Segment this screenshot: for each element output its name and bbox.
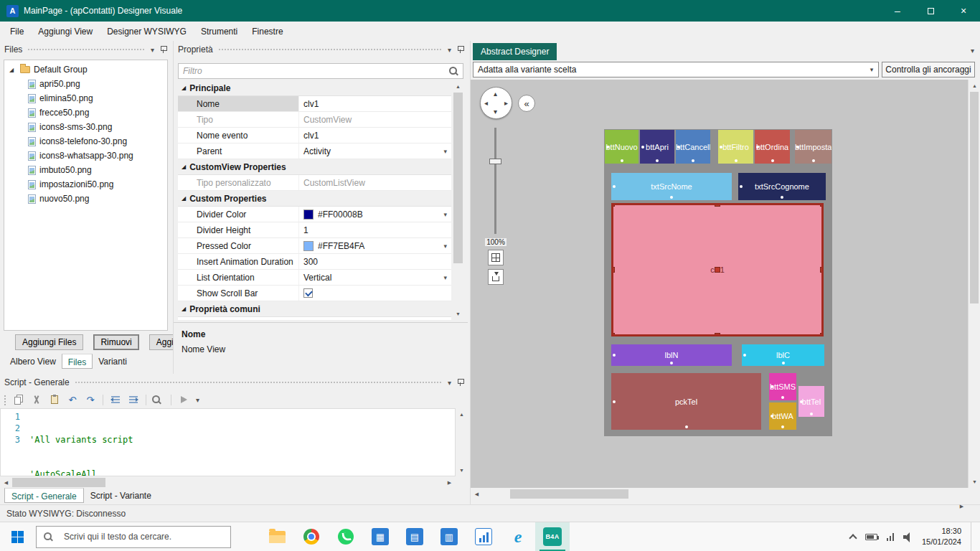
scroll-up-icon[interactable]: ▲ (969, 80, 980, 92)
pin-icon[interactable] (457, 46, 463, 53)
code-area[interactable]: 'All variants script 'AutoScaleAll (27, 409, 133, 476)
designer-vertical-scrollbar[interactable]: ▲ ▼ (968, 80, 980, 488)
section-proprieta-comuni[interactable]: ◢ Proprietà comuni (178, 301, 451, 317)
tab-files[interactable]: Files (62, 354, 93, 369)
menu-finestre[interactable]: Finestre (245, 23, 290, 40)
designer-control-pckTel[interactable]: pckTel (611, 373, 761, 430)
property-row-nome[interactable]: Nome clv1 (178, 96, 451, 112)
property-value[interactable]: Vertical ▾ (298, 270, 451, 285)
check-anchors-button[interactable]: Controlla gli ancoraggi (882, 62, 975, 77)
property-grid-scrollbar[interactable]: ▲ ▼ (452, 80, 464, 320)
taskbar-clock[interactable]: 18:30 15/01/2024 (922, 526, 961, 548)
scroll-right-icon[interactable]: ▶ (956, 500, 968, 512)
tab-script-generale[interactable]: Script - Generale (4, 488, 84, 503)
scroll-down-icon[interactable]: ▼ (452, 308, 464, 320)
collapse-toolbox-button[interactable]: « (518, 95, 535, 112)
panel-menu-caret-icon[interactable]: ▾ (151, 46, 154, 54)
resize-handle-top-left[interactable] (611, 203, 615, 207)
tree-file-item[interactable]: nuovo50.png (4, 192, 167, 206)
pin-icon[interactable] (457, 379, 463, 386)
network-icon[interactable] (887, 533, 894, 541)
close-button[interactable]: × (947, 0, 980, 22)
property-row-parent[interactable]: Parent Activity ▾ (178, 143, 451, 159)
app-taskbar-icon-1[interactable]: ▦ (363, 522, 397, 551)
b4a-taskbar-icon-active[interactable]: B4A (535, 522, 570, 551)
tray-expand-chevron-icon[interactable] (849, 534, 857, 542)
scrollbar-thumb[interactable] (453, 93, 463, 263)
start-button[interactable] (0, 522, 34, 551)
move-handle-center[interactable] (715, 267, 720, 273)
copy-icon[interactable] (13, 394, 24, 405)
resize-handle-bottom-right[interactable] (820, 333, 824, 336)
tree-file-item[interactable]: icons8-sms-30.png (4, 120, 167, 134)
indent-icon[interactable] (128, 394, 139, 405)
cut-icon[interactable] (31, 394, 42, 405)
tab-script-variante[interactable]: Script - Variante (84, 488, 158, 503)
scrollbar-thumb[interactable] (970, 92, 979, 303)
drag-grip[interactable] (75, 381, 443, 385)
designer-control-bttNuovo[interactable]: bttNuovo (605, 130, 639, 164)
checkbox-checked[interactable] (303, 288, 313, 298)
resize-handle-right[interactable] (820, 267, 824, 273)
scroll-up-icon[interactable]: ▲ (452, 80, 464, 93)
outdent-icon[interactable] (110, 394, 121, 405)
panel-menu-caret-icon[interactable]: ▾ (448, 46, 451, 54)
drag-grip[interactable] (27, 48, 146, 52)
dropdown-caret-icon[interactable]: ▾ (443, 148, 447, 155)
scrollbar-thumb[interactable] (12, 478, 105, 487)
paste-icon[interactable] (49, 394, 60, 405)
app-taskbar-icon-3[interactable]: ▥ (432, 522, 466, 551)
panel-menu-caret-icon[interactable]: ▾ (448, 379, 451, 387)
add-files-button[interactable]: Aggiungi Files (15, 334, 83, 350)
designer-control-bttWA[interactable]: bttWA (769, 402, 796, 430)
tab-albero-view[interactable]: Albero View (4, 354, 62, 369)
taskbar-search-box[interactable]: Scrivi qui il testo da cercare. (36, 526, 231, 548)
panel-menu-caret-icon[interactable]: ▾ (971, 47, 974, 55)
maximize-button[interactable] (914, 0, 947, 22)
section-customview-properties[interactable]: ◢ CustomView Properties (178, 159, 451, 175)
dropdown-caret-icon[interactable]: ▾ (443, 211, 447, 218)
property-value[interactable]: clv1 (298, 128, 451, 143)
scroll-left-icon[interactable]: ◀ (0, 476, 12, 489)
pan-left-icon[interactable]: ◂ (484, 100, 488, 107)
tree-file-item[interactable]: icons8-whatsapp-30.png (4, 149, 167, 163)
property-value[interactable]: 300 (298, 254, 451, 269)
export-layout-button[interactable] (488, 269, 504, 285)
editor-vertical-scrollbar[interactable]: ▲ ▼ (456, 408, 468, 476)
tree-file-item[interactable]: apri50.png (4, 77, 167, 91)
designer-control-lblN[interactable]: lblN (611, 344, 732, 366)
tree-file-item[interactable]: icons8-telefono-30.png (4, 134, 167, 149)
scrollbar-thumb[interactable] (510, 489, 628, 499)
property-row-nome-evento[interactable]: Nome evento clv1 (178, 128, 451, 143)
resize-handle-bottom[interactable] (715, 333, 720, 336)
variant-selector[interactable]: Adatta alla variante scelta ▾ (473, 62, 879, 77)
pin-icon[interactable] (160, 46, 166, 53)
battery-icon[interactable] (865, 534, 877, 540)
property-row-divider-color[interactable]: Divider Color #FF00008B ▾ (178, 207, 451, 222)
designer-canvas[interactable]: ◂ ▸ ▴ ▾ « 100% bttNuovo bttApri bttCance… (471, 80, 969, 488)
property-value[interactable]: Activity ▾ (298, 143, 451, 159)
scroll-right-icon[interactable]: ▶ (443, 476, 456, 489)
chart-app-taskbar-icon[interactable] (466, 522, 501, 551)
pan-down-icon[interactable]: ▾ (494, 108, 497, 116)
resize-handle-top-right[interactable] (820, 203, 824, 207)
property-value[interactable]: #FF00008B ▾ (298, 207, 451, 222)
design-surface[interactable]: bttNuovo bttApri bttCancella bttFiltro b… (604, 129, 832, 436)
run-script-icon[interactable] (178, 394, 189, 405)
section-principale[interactable]: ◢ Principale (178, 80, 451, 96)
tree-expand-icon[interactable]: ◢ (9, 67, 17, 73)
menu-strumenti[interactable]: Strumenti (194, 23, 245, 40)
minimize-button[interactable]: – (881, 0, 914, 22)
designer-control-bttCancella[interactable]: bttCancella (676, 130, 710, 164)
property-row-insert-animation-duration[interactable]: Insert Animation Duration 300 (178, 254, 451, 270)
pan-up-icon[interactable]: ▴ (494, 90, 497, 98)
resize-handle-bottom-left[interactable] (611, 333, 615, 336)
scroll-down-icon[interactable]: ▼ (456, 464, 468, 476)
filter-input[interactable] (179, 66, 449, 76)
property-value[interactable]: #FF7EB4FA ▾ (298, 238, 451, 253)
property-row-show-scroll-bar[interactable]: Show Scroll Bar (178, 286, 451, 301)
editor-horizontal-scrollbar[interactable]: ◀ ▶ (0, 476, 456, 489)
dropdown-caret-icon[interactable]: ▾ (865, 66, 878, 73)
zoom-slider-track[interactable] (494, 128, 496, 234)
property-row-list-orientation[interactable]: List Orientation Vertical ▾ (178, 270, 451, 286)
